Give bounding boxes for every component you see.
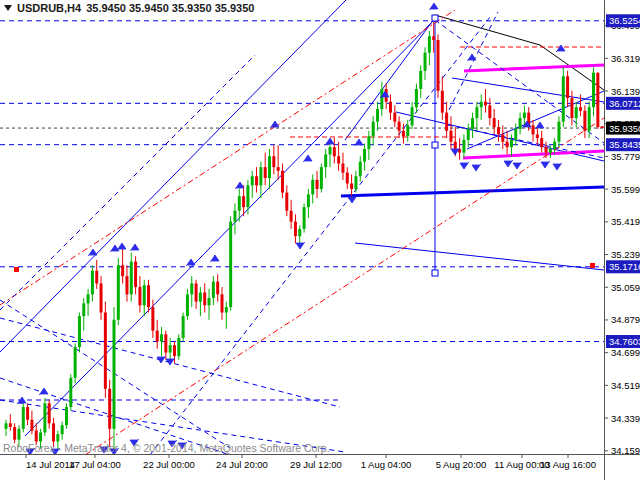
candle-down — [9, 423, 12, 427]
candle-up — [43, 403, 46, 432]
candle-down — [346, 173, 349, 184]
candle-up — [82, 303, 85, 316]
candle-up — [428, 36, 431, 52]
candle-down — [95, 271, 98, 284]
candle-up — [65, 407, 68, 425]
x-axis-label: 5 Aug 20:00 — [436, 459, 487, 470]
x-axis-label: 13 Aug 16:00 — [540, 459, 596, 470]
candle-up — [467, 129, 470, 140]
candle-down — [255, 176, 258, 185]
candle-down — [432, 36, 435, 40]
candle-down — [389, 102, 392, 113]
x-axis-label: 17 Jul 04:00 — [69, 459, 121, 470]
fractal-down-icon — [513, 162, 522, 169]
trend-line[interactable] — [0, 55, 255, 310]
object-marker[interactable] — [590, 263, 595, 268]
candle-up — [130, 262, 133, 295]
candle-up — [225, 307, 228, 312]
candle-down — [497, 127, 500, 134]
candle-up — [424, 53, 427, 71]
object-handle[interactable] — [432, 270, 438, 276]
object-marker[interactable] — [14, 267, 19, 272]
candle-down — [532, 125, 535, 134]
candle-down — [566, 76, 569, 98]
candle-up — [411, 107, 414, 125]
candle-up — [113, 320, 116, 429]
candle-up — [359, 162, 362, 177]
candle-up — [251, 176, 254, 185]
trend-line[interactable] — [463, 151, 604, 158]
fractal-up-icon — [117, 243, 126, 250]
y-axis-label: 36.1390 — [611, 86, 640, 97]
fractal-down-icon — [472, 164, 481, 171]
candle-down — [281, 171, 284, 193]
y-axis-label: 34.8790 — [611, 314, 640, 325]
candle-down — [454, 142, 457, 149]
fractal-up-icon — [325, 138, 334, 145]
candle-down — [402, 131, 405, 136]
candle-up — [298, 229, 301, 236]
candle-up — [354, 176, 357, 189]
candle-up — [519, 118, 522, 129]
candle-up — [143, 285, 146, 305]
candle-down — [398, 122, 401, 131]
candle-up — [311, 180, 314, 195]
candle-up — [307, 194, 310, 207]
candle-up — [320, 167, 323, 189]
fractal-up-icon — [110, 245, 119, 252]
candle-up — [557, 122, 560, 142]
candle-down — [445, 113, 448, 131]
price-box-label: 34.7603 — [609, 336, 640, 347]
candle-up — [212, 282, 215, 298]
candle-up — [372, 122, 375, 137]
candle-up — [562, 76, 565, 121]
trend-line[interactable] — [464, 65, 604, 71]
trend-line[interactable] — [452, 78, 604, 102]
candle-down — [221, 294, 224, 312]
chart-title-symbol: USDRUB,H4 — [17, 2, 81, 14]
candle-up — [553, 142, 556, 149]
candle-up — [475, 107, 478, 118]
trend-line[interactable] — [341, 187, 604, 196]
candle-down — [488, 105, 491, 118]
object-handle[interactable] — [432, 142, 438, 148]
y-axis-label: 36.3190 — [611, 53, 640, 64]
candle-up — [363, 149, 366, 162]
fractal-up-icon — [429, 3, 438, 10]
fractal-down-icon — [166, 358, 175, 365]
fractal-down-icon — [460, 162, 469, 169]
candle-down — [441, 91, 444, 113]
fractal-up-icon — [186, 259, 195, 266]
fractal-up-icon — [235, 182, 244, 189]
candle-up — [367, 136, 370, 149]
candle-up — [415, 89, 418, 107]
candle-down — [30, 420, 33, 431]
candle-up — [182, 316, 185, 338]
candle-down — [164, 334, 167, 352]
fractal-up-icon — [467, 54, 476, 61]
candle-up — [588, 107, 591, 131]
candle-down — [195, 283, 198, 301]
symbol-dropdown-icon[interactable] — [4, 5, 12, 11]
trend-line[interactable] — [345, 15, 437, 140]
object-handle[interactable] — [432, 15, 438, 21]
candle-up — [74, 347, 77, 378]
candle-down — [35, 431, 38, 442]
candle-up — [91, 271, 94, 295]
candle-down — [583, 111, 586, 131]
y-axis-label: 34.6990 — [611, 347, 640, 358]
candle-down — [341, 164, 344, 173]
candle-down — [506, 142, 509, 147]
price-box-label: 36.5254 — [609, 15, 640, 26]
candle-down — [333, 147, 336, 156]
candle-up — [22, 407, 25, 429]
trend-line[interactable] — [355, 243, 604, 270]
x-axis-label: 29 Jul 12:00 — [290, 459, 342, 470]
trend-line[interactable] — [0, 10, 455, 305]
trend-line[interactable] — [448, 125, 604, 158]
candle-down — [437, 40, 440, 91]
candle-down — [294, 222, 297, 237]
candle-up — [238, 196, 241, 211]
candle-up — [268, 156, 271, 178]
trend-line[interactable] — [0, 0, 346, 352]
